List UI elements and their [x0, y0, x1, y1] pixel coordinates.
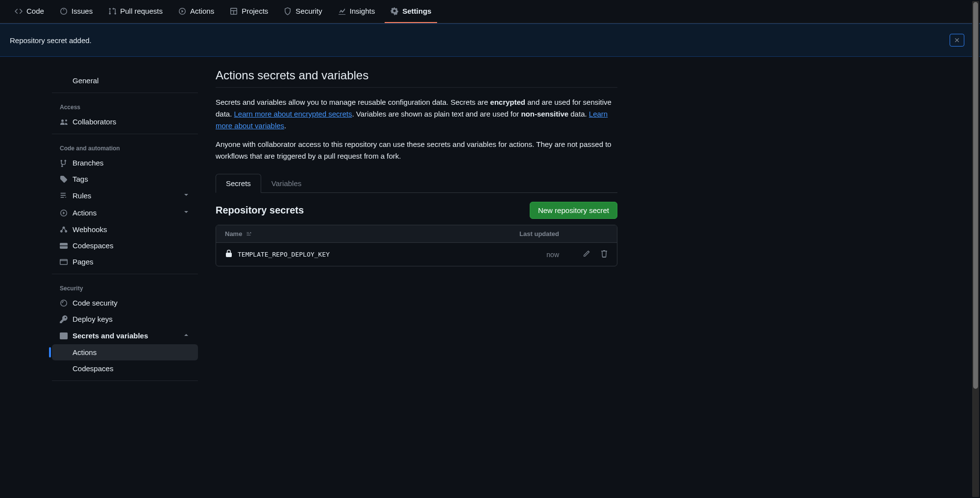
code-icon — [15, 7, 23, 15]
delete-secret-button[interactable] — [600, 250, 608, 259]
tab-label: Pull requests — [120, 7, 163, 15]
tab-label: Actions — [190, 7, 214, 15]
tab-label: Issues — [72, 7, 93, 15]
sidebar-item-label: Webhooks — [73, 225, 107, 234]
tab-label: Settings — [402, 7, 431, 15]
sidebar-heading: Access — [52, 97, 198, 114]
col-name-header[interactable]: Name — [225, 230, 471, 237]
secret-updated: now — [500, 251, 559, 259]
sidebar-heading: Security — [52, 278, 198, 295]
page-title: Actions secrets and variables — [216, 69, 617, 88]
sidebar-item-label: Tags — [73, 175, 88, 183]
tab-security[interactable]: Security — [278, 0, 328, 23]
shield-icon — [284, 7, 292, 15]
scrollbar[interactable] — [972, 1, 979, 393]
tab-pull-requests[interactable]: Pull requests — [102, 0, 169, 23]
sidebar-item-label: Code security — [73, 299, 118, 307]
asterisk-icon — [60, 332, 68, 340]
graph-icon — [338, 7, 346, 15]
webhook-icon — [60, 226, 68, 234]
sidebar-item-label: Deploy keys — [73, 315, 113, 323]
inner-tab-secrets[interactable]: Secrets — [216, 174, 261, 193]
sidebar-item-label: Collaborators — [73, 118, 116, 126]
link-encrypted-secrets[interactable]: Learn more about encrypted secrets — [234, 110, 352, 118]
key-icon — [60, 315, 68, 323]
tab-projects[interactable]: Projects — [224, 0, 274, 23]
tab-label: Security — [295, 7, 322, 15]
rules-icon — [60, 192, 68, 200]
lock-icon — [225, 250, 233, 259]
chevron-down-icon — [182, 208, 190, 217]
description-2: Anyone with collaborator access to this … — [216, 139, 617, 162]
tab-insights[interactable]: Insights — [332, 0, 381, 23]
tab-actions[interactable]: Actions — [172, 0, 220, 23]
sidebar-item-general[interactable]: General — [52, 72, 198, 89]
codespaces-icon — [60, 242, 68, 250]
chevron-up-icon — [182, 331, 190, 340]
tab-code[interactable]: Code — [9, 0, 50, 23]
sidebar-item-rules[interactable]: Rules — [52, 187, 198, 204]
table-header: Name Last updated — [216, 225, 617, 243]
scan-icon — [60, 299, 68, 307]
tab-settings[interactable]: Settings — [385, 0, 437, 23]
sort-icon — [245, 231, 252, 237]
tab-label: Insights — [350, 7, 375, 15]
sidebar-item-label: Actions — [73, 209, 97, 217]
sidebar-subitem-actions[interactable]: Actions — [52, 344, 198, 360]
section-title: Repository secrets — [216, 205, 304, 216]
sidebar-item-collaborators[interactable]: Collaborators — [52, 114, 198, 130]
gear-icon — [391, 7, 398, 15]
secrets-variables-tabs: Secrets Variables — [216, 174, 617, 193]
tag-icon — [60, 175, 68, 183]
tab-label: Code — [26, 7, 44, 15]
sidebar-item-label: Actions — [73, 348, 97, 356]
edit-secret-button[interactable] — [583, 250, 590, 259]
inner-tab-variables[interactable]: Variables — [261, 174, 312, 192]
secret-name: TEMPLATE_REPO_DEPLOY_KEY — [238, 251, 330, 258]
sidebar-item-label: General — [73, 76, 98, 85]
secrets-table: Name Last updated TEMPLATE_REPO_DEPLOY_K… — [216, 225, 617, 266]
sidebar-subitem-codespaces[interactable]: Codespaces — [52, 360, 198, 377]
description-1: Secrets and variables allow you to manag… — [216, 96, 617, 132]
sidebar-item-branches[interactable]: Branches — [52, 155, 198, 171]
flash-banner: Repository secret added. — [0, 24, 980, 57]
sidebar-item-code-security[interactable]: Code security — [52, 295, 198, 311]
sidebar-item-label: Pages — [73, 258, 94, 266]
sidebar-item-label: Codespaces — [73, 241, 113, 250]
sidebar-item-codespaces[interactable]: Codespaces — [52, 237, 198, 254]
tab-issues[interactable]: Issues — [54, 0, 98, 23]
sidebar-item-label: Rules — [73, 191, 91, 200]
browser-icon — [60, 258, 68, 266]
new-repository-secret-button[interactable]: New repository secret — [530, 202, 617, 219]
sidebar-item-label: Secrets and variables — [73, 332, 148, 340]
sidebar-item-pages[interactable]: Pages — [52, 254, 198, 270]
play-icon — [178, 7, 186, 15]
dismiss-flash-button[interactable] — [950, 34, 964, 47]
chevron-down-icon — [182, 191, 190, 200]
main-content: Actions secrets and variables Secrets an… — [216, 69, 617, 381]
issue-icon — [60, 7, 68, 15]
sidebar-item-label: Branches — [73, 159, 103, 167]
col-updated-header: Last updated — [471, 230, 559, 237]
pr-icon — [108, 7, 116, 15]
table-icon — [230, 7, 238, 15]
flash-message: Repository secret added. — [10, 36, 92, 45]
sidebar-item-tags[interactable]: Tags — [52, 171, 198, 187]
sidebar-item-actions[interactable]: Actions — [52, 204, 198, 221]
sidebar-item-deploy-keys[interactable]: Deploy keys — [52, 311, 198, 327]
sidebar-item-webhooks[interactable]: Webhooks — [52, 221, 198, 237]
sidebar-item-label: Codespaces — [73, 364, 113, 373]
close-icon — [954, 37, 960, 44]
sidebar-item-secrets-and-variables[interactable]: Secrets and variables — [52, 327, 198, 344]
scrollbar-thumb[interactable] — [973, 2, 978, 389]
sidebar-heading: Code and automation — [52, 138, 198, 155]
people-icon — [60, 118, 68, 126]
table-row: TEMPLATE_REPO_DEPLOY_KEY now — [216, 243, 617, 266]
play-icon — [60, 209, 68, 217]
repo-tabs: Code Issues Pull requests Actions Projec… — [0, 0, 980, 24]
settings-sidebar: General Access Collaborators Code and au… — [44, 69, 206, 381]
tab-label: Projects — [242, 7, 268, 15]
branch-icon — [60, 159, 68, 167]
